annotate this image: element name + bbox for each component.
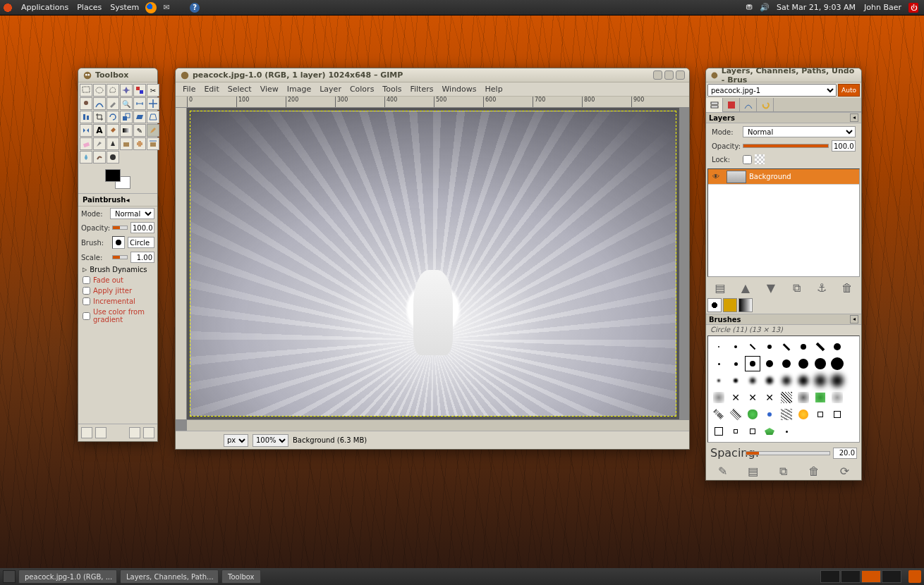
- brush-item[interactable]: [711, 390, 727, 405]
- brush-item[interactable]: [779, 339, 794, 355]
- brush-item[interactable]: [829, 339, 845, 355]
- brush-item[interactable]: [745, 407, 760, 422]
- pencil-tool-icon[interactable]: ✎: [133, 124, 146, 137]
- brush-item[interactable]: [728, 356, 743, 371]
- brush-item[interactable]: [829, 390, 845, 405]
- bucket-fill-tool-icon[interactable]: [107, 124, 119, 137]
- paths-tab-icon[interactable]: [740, 98, 757, 112]
- brush-item[interactable]: [796, 339, 811, 355]
- file-menu[interactable]: File: [178, 85, 200, 94]
- perspective-tool-icon[interactable]: [147, 111, 159, 123]
- workspace-4[interactable]: [882, 570, 901, 583]
- spacing-input[interactable]: [833, 448, 857, 459]
- brush-item[interactable]: [711, 356, 727, 371]
- lower-layer-icon[interactable]: ▼: [765, 281, 777, 294]
- channels-tab-icon[interactable]: [723, 98, 740, 112]
- windows-menu[interactable]: Windows: [437, 85, 480, 94]
- brush-item[interactable]: [796, 356, 811, 371]
- reset-options-icon[interactable]: [143, 427, 154, 438]
- blur-tool-icon[interactable]: [80, 151, 92, 164]
- applications-menu[interactable]: Applications: [17, 3, 73, 12]
- brush-item[interactable]: [779, 356, 794, 371]
- brush-item[interactable]: [711, 339, 727, 355]
- auto-button[interactable]: Auto: [838, 84, 860, 97]
- brush-item[interactable]: [829, 407, 845, 422]
- brush-item[interactable]: [711, 373, 727, 388]
- incremental-checkbox[interactable]: [83, 297, 90, 305]
- brush-item[interactable]: [728, 424, 743, 439]
- system-menu[interactable]: System: [106, 3, 143, 12]
- rotate-tool-icon[interactable]: [107, 111, 119, 123]
- layer-list[interactable]: 👁 Background: [707, 168, 860, 277]
- mail-launcher-icon[interactable]: ✉: [161, 2, 172, 13]
- horizontal-ruler[interactable]: 0100200300400500600700800900: [176, 97, 689, 108]
- brush-item[interactable]: [745, 424, 760, 439]
- brush-item-selected[interactable]: [745, 356, 760, 371]
- brush-item[interactable]: [829, 356, 845, 371]
- volume-icon[interactable]: 🔊: [759, 2, 770, 13]
- layers-titlebar[interactable]: Layers, Channels, Paths, Undo - Brus: [706, 68, 861, 82]
- brush-item[interactable]: [745, 373, 760, 388]
- layer-row[interactable]: 👁 Background: [708, 169, 859, 185]
- layer-name[interactable]: Background: [749, 173, 791, 180]
- unit-select[interactable]: px: [224, 434, 248, 447]
- brush-item[interactable]: ✕: [728, 390, 743, 405]
- layers-menu-icon[interactable]: ◂: [850, 113, 858, 122]
- brush-item[interactable]: [813, 390, 828, 405]
- task-button[interactable]: Toolbox: [221, 569, 261, 584]
- ellipse-select-tool-icon[interactable]: [93, 84, 106, 97]
- image-menu[interactable]: Image: [283, 85, 315, 94]
- brush-item[interactable]: [728, 339, 743, 355]
- clock[interactable]: Sat Mar 21, 9:03 AM: [772, 3, 860, 12]
- task-button[interactable]: Layers, Channels, Path...: [120, 569, 219, 584]
- brush-item[interactable]: [813, 373, 828, 388]
- brush-item[interactable]: [829, 373, 845, 388]
- brush-item[interactable]: [779, 373, 794, 388]
- workspace-3[interactable]: [861, 570, 881, 583]
- zoom-tool-icon[interactable]: 🔍: [120, 97, 133, 110]
- save-options-icon[interactable]: [81, 427, 92, 438]
- toolbox-titlebar[interactable]: Toolbox: [78, 68, 157, 82]
- foreground-select-tool-icon[interactable]: [80, 97, 92, 110]
- airbrush-tool-icon[interactable]: [93, 137, 106, 150]
- delete-brush-icon[interactable]: 🗑: [808, 464, 820, 477]
- usecolor-checkbox[interactable]: [83, 312, 90, 320]
- patterns-tab-icon[interactable]: [723, 298, 737, 312]
- minimize-button[interactable]: [653, 70, 662, 80]
- fuzzy-select-tool-icon[interactable]: [120, 84, 133, 97]
- show-desktop-icon[interactable]: [3, 570, 16, 583]
- paint-mode-select[interactable]: Normal: [110, 208, 154, 219]
- workspace-2[interactable]: [841, 570, 861, 583]
- new-brush-icon[interactable]: ▤: [747, 464, 760, 477]
- scale-input[interactable]: [130, 252, 154, 263]
- filters-menu[interactable]: Filters: [406, 85, 437, 94]
- move-tool-icon[interactable]: [147, 97, 159, 110]
- align-tool-icon[interactable]: [80, 111, 92, 123]
- layer-opacity-slider[interactable]: [743, 144, 829, 148]
- brush-item[interactable]: [796, 373, 811, 388]
- task-button[interactable]: peacock.jpg-1.0 (RGB, ...: [18, 569, 117, 584]
- help-menu[interactable]: Help: [481, 85, 507, 94]
- delete-layer-icon[interactable]: 🗑: [841, 281, 853, 294]
- layer-opacity-input[interactable]: [832, 140, 856, 152]
- foreground-color-swatch[interactable]: [105, 169, 121, 182]
- trash-icon[interactable]: [908, 570, 921, 583]
- lock-alpha-checkbox[interactable]: [743, 155, 752, 164]
- smudge-tool-icon[interactable]: [93, 151, 106, 164]
- brush-item[interactable]: [796, 390, 811, 405]
- brush-item[interactable]: [762, 373, 777, 388]
- brush-item[interactable]: [745, 339, 760, 355]
- fadeout-checkbox[interactable]: [83, 276, 90, 284]
- edit-menu[interactable]: Edit: [200, 85, 223, 94]
- brush-item[interactable]: [728, 373, 743, 388]
- refresh-brushes-icon[interactable]: ⟳: [838, 464, 851, 477]
- edit-brush-icon[interactable]: ✎: [717, 464, 729, 477]
- anchor-layer-icon[interactable]: ⚓: [815, 281, 828, 294]
- brush-item[interactable]: [813, 407, 828, 422]
- brush-item[interactable]: [762, 356, 777, 371]
- delete-options-icon[interactable]: [129, 427, 140, 438]
- visibility-toggle-icon[interactable]: 👁: [708, 173, 724, 180]
- perspective-clone-tool-icon[interactable]: [147, 137, 159, 150]
- brush-item[interactable]: [711, 407, 727, 422]
- brush-item[interactable]: [762, 407, 777, 422]
